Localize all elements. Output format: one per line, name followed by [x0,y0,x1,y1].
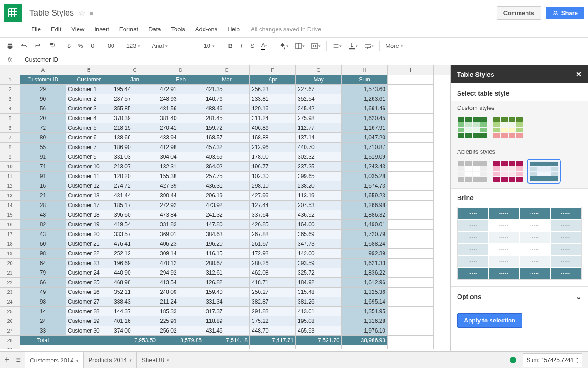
italic-button[interactable]: I [236,40,246,52]
cell[interactable]: 427.96 [250,191,296,201]
cell[interactable]: 248.93 [158,94,204,104]
row-header[interactable]: 4 [0,104,20,114]
cell[interactable]: 431.44 [112,191,158,201]
col-header[interactable]: C [112,65,158,75]
cell[interactable]: 72 [20,123,66,133]
cell[interactable]: 1,976.10 [342,326,388,336]
font-select[interactable]: Arial ▾ [149,41,195,50]
row-header[interactable]: 19 [0,249,20,259]
table-header-cell[interactable]: Customer [66,75,112,85]
cell[interactable]: 331.83 [158,220,204,230]
cell[interactable]: Customer 12 [66,181,112,191]
cell[interactable]: 331.03 [112,152,158,162]
cell[interactable]: 164.00 [296,220,342,230]
cell[interactable]: Customer 18 [66,210,112,220]
cell[interactable]: Customer 30 [66,326,112,336]
cell[interactable]: 418.71 [250,278,296,288]
share-button[interactable]: Share [546,7,584,19]
cell[interactable] [20,345,66,349]
row-header[interactable]: 21 [0,268,20,278]
cell[interactable]: 1,695.14 [342,297,388,307]
cell[interactable]: 1,351.95 [342,307,388,316]
cell[interactable]: 375.22 [250,316,296,326]
cell[interactable]: 401.16 [112,316,158,326]
cell[interactable]: 488.46 [204,104,250,114]
cell[interactable]: 144.37 [112,307,158,316]
cell[interactable]: 7,521.70 [296,336,342,345]
cell[interactable]: 213.07 [112,162,158,172]
cell[interactable]: 24 [20,316,66,326]
cell[interactable]: 28 [20,201,66,210]
cell[interactable]: 168.88 [250,133,296,143]
cell[interactable]: 364.02 [204,162,250,172]
cell[interactable]: 186.90 [112,143,158,152]
cell[interactable]: 457.32 [204,143,250,152]
row-header[interactable]: 28 [0,336,20,345]
cell[interactable]: 196.77 [250,162,296,172]
cell[interactable]: 1,325.36 [342,288,388,297]
cell[interactable]: 29 [20,85,66,94]
options-accordion[interactable]: Options ⌄ [451,286,588,307]
cell[interactable]: 1,316.28 [342,316,388,326]
cell[interactable]: 80 [20,133,66,143]
table-header-cell[interactable]: May [296,75,342,85]
cell[interactable]: Customer 27 [66,297,112,307]
cell[interactable]: 393.59 [296,259,342,268]
cell[interactable]: 140.76 [204,94,250,104]
cell[interactable]: Customer 3 [66,104,112,114]
table-header-cell[interactable]: Feb [158,75,204,85]
cell[interactable]: 992.39 [342,249,388,259]
sum-display[interactable]: Sum: 157425.7244 ▴▾ [523,353,582,367]
cell[interactable]: 60 [20,239,66,249]
cell[interactable]: 120.16 [250,104,296,114]
cell[interactable]: 137.14 [296,133,342,143]
text-color-button[interactable]: A ▾ [258,40,270,52]
cell[interactable]: 280.26 [250,259,296,268]
menu-file[interactable]: File [28,24,45,34]
more-button[interactable]: More ▾ [383,41,406,50]
cell[interactable]: 440.90 [112,268,158,278]
cell[interactable]: 304.04 [158,152,204,162]
cell[interactable]: 195.08 [296,316,342,326]
cell[interactable]: Customer 21 [66,239,112,249]
cell[interactable]: 468.98 [112,278,158,288]
row-header[interactable]: 22 [0,278,20,288]
cell[interactable]: 462.08 [250,268,296,278]
doc-title[interactable]: Table Styles [29,8,74,18]
cell[interactable]: 250.27 [250,288,296,297]
cell[interactable]: 147.80 [204,220,250,230]
cell[interactable]: 126.82 [204,278,250,288]
cell[interactable]: 267.88 [250,230,296,239]
merge-button[interactable]: ▾ [308,40,323,52]
row-header[interactable]: 1 [0,75,20,85]
add-sheet-button[interactable]: + [5,355,10,365]
cell[interactable]: 406.86 [250,123,296,133]
folder-icon[interactable]: ■ [89,10,93,17]
cell[interactable]: 138.66 [112,133,158,143]
cell[interactable]: 64 [20,259,66,268]
cell[interactable]: 1,720.79 [342,230,388,239]
cell[interactable]: 155.38 [158,172,204,181]
cell[interactable]: 294.92 [158,268,204,278]
cell[interactable]: Customer 11 [66,172,112,181]
cell[interactable]: Customer 6 [66,133,112,143]
cell[interactable]: 1,688.24 [342,239,388,249]
row-header[interactable]: 24 [0,297,20,307]
menu-view[interactable]: View [68,24,88,34]
cell[interactable]: 311.24 [250,114,296,123]
cell[interactable]: 90 [20,94,66,104]
cell[interactable]: 7,953.50 [112,336,158,345]
cell[interactable]: 1,266.98 [342,201,388,210]
chevron-down-icon[interactable]: ▾ [76,358,79,363]
select-all-corner[interactable] [0,65,20,75]
cell[interactable]: 7,417.71 [250,336,296,345]
cell[interactable]: 79 [20,268,66,278]
cell[interactable]: Customer 5 [66,123,112,133]
redo-icon[interactable] [31,40,44,52]
cell[interactable]: 1,886.32 [342,210,388,220]
cell[interactable]: 245.42 [296,104,342,114]
cell[interactable]: 473.92 [204,201,250,210]
currency-button[interactable]: $ [64,40,74,52]
cell[interactable]: 337.25 [296,162,342,172]
chevron-down-icon[interactable]: ▾ [167,358,169,362]
